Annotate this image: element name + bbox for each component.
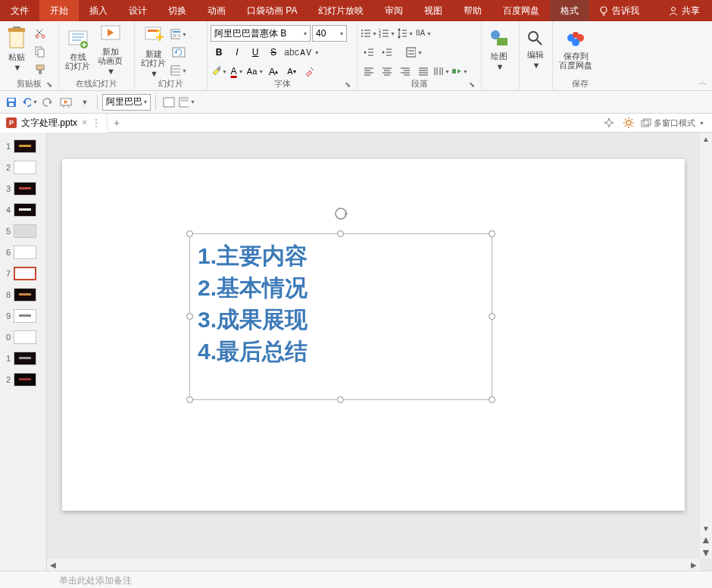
paragraph-launcher[interactable]: ⬊ [467,80,476,89]
tab-design[interactable]: 设计 [118,0,158,21]
tab-view[interactable]: 视图 [414,0,453,21]
decrease-indent-button[interactable] [361,44,377,61]
highlight-button[interactable]: ▼ [211,63,227,80]
tab-review[interactable]: 审阅 [374,0,414,21]
section-button[interactable]: ▼ [170,62,187,79]
bold-button[interactable]: B [211,44,227,61]
columns-button[interactable]: ▼ [433,63,450,80]
layout-button[interactable]: ▼ [170,26,187,42]
undo-button[interactable]: ▼ [21,94,38,111]
resize-handle-t[interactable] [337,230,344,237]
save-baidu-button[interactable]: 保存到 百度网盘 [556,27,595,71]
editing-button[interactable]: 编辑▼ [523,27,548,71]
settings-button[interactable] [621,115,636,130]
resize-handle-br[interactable] [489,396,495,403]
bullets-button[interactable]: ▼ [361,25,377,42]
increase-font-button[interactable]: A▴ [265,63,282,80]
paste-button[interactable]: 粘贴 ▼ [3,23,30,74]
tab-animations[interactable]: 动画 [197,0,236,21]
tab-home[interactable]: 开始 [39,0,79,21]
textbox-content[interactable]: 1.主要内容2.基本情况3.成果展现4.最后总结 [190,234,492,374]
scroll-left-button[interactable]: ◀ [47,558,59,571]
thumbnail[interactable]: 6 [0,242,46,263]
tell-me[interactable]: 告诉我 [589,0,648,21]
resize-handle-bl[interactable] [186,396,193,403]
notes-pane[interactable]: 单击此处添加备注 [0,571,712,588]
qat-layout-button[interactable]: ▼ [179,94,195,111]
thumbnail[interactable]: 8 [0,284,46,305]
cut-button[interactable] [32,25,48,42]
tab-format[interactable]: 格式 [550,0,589,21]
font-name-select[interactable]: 阿里巴巴普惠体 B▾ [211,25,311,42]
clipboard-launcher[interactable]: ⬊ [45,80,54,89]
underline-button[interactable]: U [247,44,264,61]
prev-slide-button[interactable]: ⯅ [700,534,712,546]
scroll-down-button[interactable]: ▼ [700,522,712,534]
sparkle-button[interactable] [601,115,617,130]
align-left-button[interactable] [361,63,377,80]
align-text-button[interactable]: ▼ [406,44,423,61]
slideshow-button[interactable] [58,94,74,111]
line-spacing-button[interactable]: ▼ [397,25,414,42]
tab-pocket-anim[interactable]: 口袋动画 PA [236,0,308,21]
text-shadow-button[interactable]: abc [283,44,300,61]
thumbnail[interactable]: 7 [0,263,46,284]
thumbnail[interactable]: 1 [0,348,46,369]
align-right-button[interactable] [397,63,414,80]
resize-handle-tl[interactable] [186,230,193,237]
drawing-button[interactable]: 绘图▼ [485,26,514,73]
multiwindow-button[interactable]: 多窗口模式▼ [641,115,704,130]
share-button[interactable]: 共享 [656,0,712,21]
vertical-scrollbar[interactable]: ▲ ▼ ⯅ ⯆ [700,133,712,558]
new-anim-page-button[interactable]: 新加 动画页▼ [95,21,126,77]
thumbnail[interactable]: 5 [0,220,46,242]
qat-more-button[interactable]: ▼ [76,94,92,111]
thumbnail[interactable]: 0 [0,327,46,348]
resize-handle-l[interactable] [186,313,193,320]
resize-handle-tr[interactable] [489,230,495,237]
redo-button[interactable] [39,94,56,111]
change-case-button[interactable]: Aa▼ [247,63,264,80]
copy-button[interactable] [32,43,48,60]
numbering-button[interactable]: 123▼ [379,25,395,42]
thumbnail[interactable]: 1 [0,136,46,157]
tab-file[interactable]: 文件 [0,0,39,21]
align-center-button[interactable] [379,63,395,80]
thumbnail[interactable]: 2 [0,157,46,178]
qat-font-select[interactable]: 阿里巴巴▾ [102,94,151,111]
thumbnail[interactable]: 9 [0,305,46,327]
collapse-ribbon-button[interactable]: ︿ [699,77,707,88]
reset-button[interactable] [170,44,187,61]
document-tab[interactable]: P 文字处理.pptx × ⋮ [0,114,108,133]
textbox[interactable]: 1.主要内容2.基本情况3.成果展现4.最后总结 [189,233,492,400]
thumbnail[interactable]: 4 [0,199,46,220]
resize-handle-r[interactable] [489,313,495,320]
format-painter-button[interactable] [32,61,48,78]
slide[interactable]: 1.主要内容2.基本情况3.成果展现4.最后总结 [62,159,685,511]
horizontal-scrollbar[interactable]: ◀ ▶ [47,558,700,571]
strikethrough-button[interactable]: S [265,44,282,61]
save-button[interactable] [3,94,20,111]
font-color-button[interactable]: A▼ [229,63,245,80]
text-direction-button[interactable]: IIA▼ [415,25,432,42]
thumbnail[interactable]: 2 [0,369,46,390]
font-size-select[interactable]: 40▾ [312,25,347,42]
new-document-button[interactable]: + [108,114,126,133]
new-slide-button[interactable]: 新建 幻灯片▼ [138,23,169,80]
italic-button[interactable]: I [229,44,245,61]
char-spacing-button[interactable]: AV▼ [301,44,318,61]
rotation-handle[interactable] [334,207,348,220]
decrease-font-button[interactable]: A▾ [283,63,300,80]
clear-format-button[interactable] [301,63,318,80]
thumbnail[interactable]: 3 [0,178,46,199]
increase-indent-button[interactable] [379,44,395,61]
tab-transitions[interactable]: 切换 [158,0,197,21]
tab-insert[interactable]: 插入 [79,0,118,21]
resize-handle-b[interactable] [337,396,344,403]
tab-slideshow[interactable]: 幻灯片放映 [308,0,374,21]
tab-help[interactable]: 帮助 [453,0,492,21]
next-slide-button[interactable]: ⯆ [700,546,712,558]
qat-blank-button[interactable] [161,94,177,111]
scroll-right-button[interactable]: ▶ [688,558,700,571]
smartart-button[interactable]: ▼ [451,63,468,80]
